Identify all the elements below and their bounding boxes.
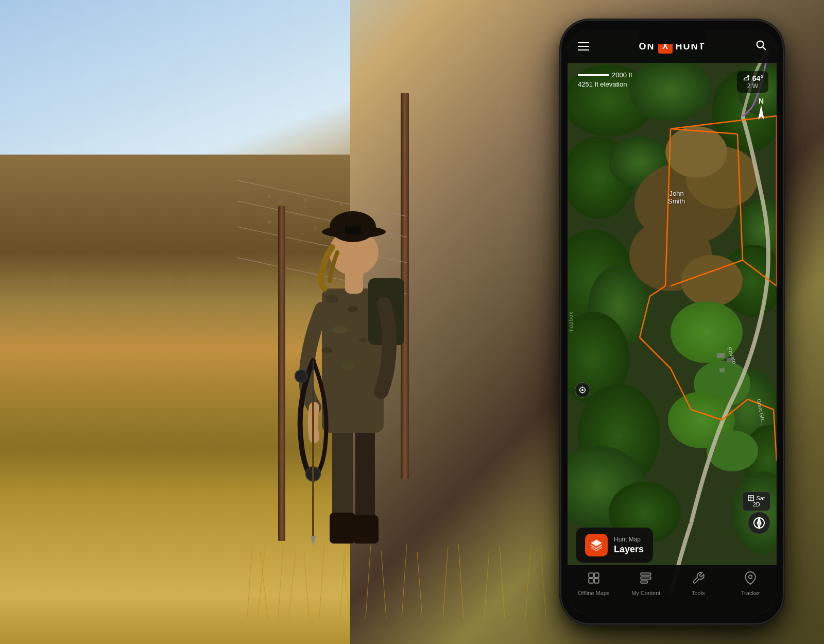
sat-icon [748, 495, 754, 501]
tools-label: Tools [692, 590, 705, 596]
compass-arrow-icon [756, 105, 766, 121]
tools-icon [692, 571, 705, 588]
svg-point-86 [707, 430, 758, 471]
nav-my-content[interactable]: My Content [620, 571, 673, 596]
map-scale: 2000 ft 4251 ft elevation [578, 71, 632, 88]
elevation-label: 4251 ft elevation [578, 80, 632, 88]
scale-bar-line [578, 74, 609, 76]
svg-line-17 [360, 232, 364, 235]
view-2d-label: 2D [748, 501, 765, 507]
svg-rect-123 [589, 573, 593, 578]
svg-line-27 [366, 545, 371, 618]
compass-circle-icon [753, 517, 765, 529]
svg-line-36 [541, 544, 546, 618]
compass-n-label: N [759, 97, 764, 105]
phone-notch [639, 30, 706, 44]
svg-line-16 [360, 232, 364, 235]
svg-line-35 [525, 549, 530, 618]
tracker-icon [744, 571, 757, 588]
phone-device: Private Grant GR... ON [561, 21, 783, 623]
svg-rect-39 [355, 422, 375, 528]
svg-rect-0 [401, 93, 409, 479]
svg-marker-116 [758, 523, 761, 528]
map-background[interactable]: Private Grant GR... [568, 30, 777, 614]
svg-rect-106 [719, 368, 725, 372]
my-content-label: My Content [631, 590, 660, 596]
svg-point-80 [665, 126, 727, 178]
svg-point-130 [749, 575, 752, 579]
phone-frame: Private Grant GR... ON [561, 21, 783, 623]
hunt-map-label: Hunt Map [614, 536, 644, 543]
nav-tracker[interactable]: Tracker [725, 571, 777, 596]
mapbox-watermark: mapbox [568, 311, 574, 333]
offline-maps-label: Offline Maps [578, 590, 610, 596]
weather-temp: 64° [752, 74, 763, 82]
weather-wind: 2 W [742, 82, 763, 90]
menu-button[interactable] [578, 42, 589, 50]
compass-circle-button[interactable] [748, 512, 770, 534]
layers-stack-icon [590, 538, 603, 552]
offline-maps-icon [587, 571, 600, 588]
tracker-label: Tracker [741, 590, 760, 596]
svg-line-30 [417, 552, 422, 618]
svg-marker-109 [758, 105, 764, 120]
phone-screen: Private Grant GR... ON [568, 30, 777, 614]
scale-label: 2000 ft [612, 71, 632, 79]
svg-rect-105 [727, 358, 733, 362]
hunt-map-layers-button[interactable]: Hunt Map Layers [576, 528, 653, 563]
weather-icon [742, 74, 750, 82]
my-content-icon [639, 571, 653, 588]
ground-layer [0, 155, 350, 644]
svg-marker-115 [758, 518, 761, 523]
map-svg: Private Grant GR... [568, 30, 777, 614]
svg-line-34 [500, 546, 505, 618]
svg-rect-41 [353, 515, 379, 544]
map-type-button[interactable]: Sat 2D [742, 492, 770, 511]
location-icon [578, 386, 587, 394]
sat-label: Sat [756, 495, 765, 501]
svg-line-28 [381, 550, 386, 618]
weather-widget: 64° 2 W [737, 71, 768, 93]
land-owner-label: JohnSmith [668, 190, 685, 205]
svg-point-46 [359, 337, 367, 343]
compass: N [756, 97, 766, 121]
svg-point-82 [681, 255, 743, 307]
svg-rect-49 [368, 278, 404, 345]
svg-line-33 [484, 551, 489, 618]
svg-line-31 [443, 546, 448, 618]
svg-rect-127 [641, 573, 651, 575]
search-button[interactable] [755, 39, 766, 54]
nav-offline-maps[interactable]: Offline Maps [568, 571, 620, 596]
svg-rect-128 [641, 577, 651, 579]
svg-rect-125 [589, 579, 593, 583]
svg-rect-129 [641, 581, 648, 583]
svg-point-62 [629, 59, 712, 121]
nav-tools[interactable]: Tools [672, 571, 725, 596]
location-button[interactable] [575, 382, 590, 398]
bottom-navigation: Offline Maps My Content [568, 565, 777, 614]
layers-icon-box [585, 534, 608, 556]
svg-rect-124 [594, 573, 599, 578]
svg-line-29 [402, 544, 407, 618]
svg-rect-104 [717, 353, 725, 358]
layers-text-container: Hunt Map Layers [614, 536, 644, 555]
svg-line-32 [458, 544, 464, 618]
svg-line-108 [763, 47, 765, 49]
svg-rect-126 [594, 579, 599, 583]
svg-point-110 [747, 75, 749, 77]
svg-point-118 [582, 389, 583, 391]
layers-label: Layers [614, 544, 644, 555]
